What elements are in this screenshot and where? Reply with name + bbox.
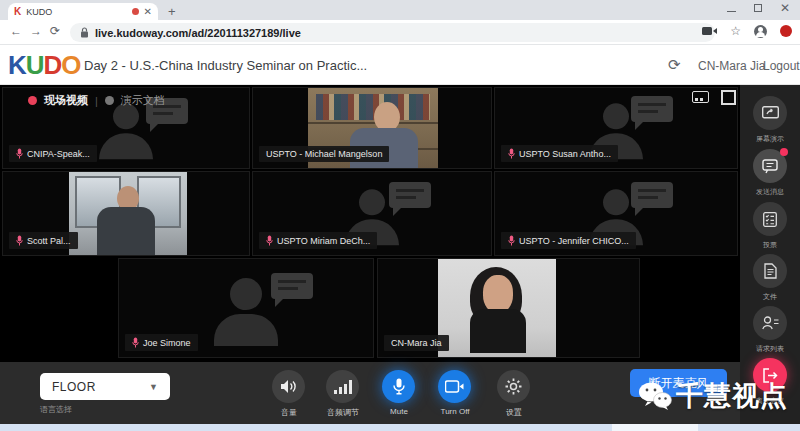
participant-tile[interactable]: Joe Simone bbox=[118, 258, 374, 358]
presentation-dot-icon[interactable] bbox=[105, 96, 114, 105]
participant-nametag: CN-Mara Jia bbox=[384, 335, 449, 351]
toggle-separator: | bbox=[95, 95, 98, 107]
chat-bubble-icon bbox=[271, 273, 313, 307]
request-list-label: 请求列表 bbox=[740, 344, 800, 354]
logo-letter: O bbox=[61, 50, 80, 80]
view-toggle: 现场视频 | 演示文档 bbox=[28, 93, 165, 108]
audio-settings-label: 音频调节 bbox=[313, 407, 373, 418]
grid-view-controls bbox=[692, 90, 734, 103]
forward-icon[interactable]: → bbox=[30, 24, 42, 38]
recording-dot-icon bbox=[132, 8, 139, 15]
logo-letter: U bbox=[26, 50, 44, 80]
chat-bubble-icon bbox=[631, 182, 673, 216]
participant-name: USPTO - Jennifer CHICO... bbox=[519, 236, 629, 246]
maximize-icon[interactable] bbox=[754, 4, 762, 12]
speaker-icon bbox=[280, 379, 297, 394]
participant-tile[interactable]: USPTO Miriam DeCh... bbox=[252, 171, 492, 256]
tab-close-icon[interactable]: ✕ bbox=[144, 7, 152, 17]
muted-mic-icon bbox=[132, 337, 139, 348]
messages-button[interactable] bbox=[753, 149, 787, 183]
minimize-icon[interactable] bbox=[727, 11, 736, 12]
mute-label: Mute bbox=[369, 407, 429, 416]
urlbar-actions: ☆ bbox=[702, 24, 792, 38]
address-field[interactable]: live.kudoway.com/ad/220111327189/live bbox=[70, 23, 715, 42]
watermark: 千慧视点 bbox=[638, 378, 788, 414]
audio-settings-button[interactable] bbox=[326, 370, 359, 403]
gallery-view-icon[interactable] bbox=[692, 91, 709, 103]
participant-tile[interactable]: USPTO - Jennifer CHICO... bbox=[494, 171, 738, 256]
kudo-logo: KUDO bbox=[8, 50, 81, 81]
bottom-edge-strip bbox=[0, 424, 800, 431]
voting-label: 投票 bbox=[740, 240, 800, 250]
participant-name: CN-Mara Jia bbox=[391, 338, 442, 348]
presentation-toggle[interactable]: 演示文档 bbox=[121, 93, 165, 108]
tab-title: KUDO bbox=[26, 7, 126, 17]
muted-mic-icon bbox=[508, 148, 515, 159]
settings-label: 设置 bbox=[484, 407, 544, 418]
camera-toggle-button[interactable] bbox=[438, 370, 471, 403]
logo-letter: D bbox=[44, 50, 62, 80]
settings-button[interactable] bbox=[497, 370, 530, 403]
participant-name: USPTO Susan Antho... bbox=[519, 149, 611, 159]
right-sidebar: 屏幕演示 发送消息 投票 文件 请求列表 离开会议 bbox=[740, 85, 800, 424]
participant-name: Scott Pal... bbox=[27, 236, 71, 246]
browser-tab-strip: K KUDO ✕ + ✕ bbox=[0, 0, 800, 20]
extension-icon[interactable] bbox=[780, 25, 792, 37]
wechat-icon bbox=[638, 381, 672, 411]
profile-avatar-icon[interactable] bbox=[754, 25, 767, 38]
screen-share-button[interactable] bbox=[753, 96, 787, 130]
participant-tile[interactable]: Scott Pal... bbox=[2, 171, 250, 256]
logout-link[interactable]: Logout bbox=[763, 59, 800, 73]
unread-badge bbox=[780, 148, 788, 156]
mute-button[interactable] bbox=[382, 370, 415, 403]
volume-label: 音量 bbox=[259, 407, 319, 418]
voting-button[interactable] bbox=[753, 202, 787, 236]
camera-label: Turn Off bbox=[425, 407, 485, 416]
participant-nametag: Joe Simone bbox=[125, 334, 198, 351]
participant-nametag: USPTO - Jennifer CHICO... bbox=[501, 232, 636, 249]
tab-camera-icon[interactable] bbox=[702, 26, 717, 36]
chevron-down-icon: ▼ bbox=[149, 382, 158, 392]
participant-name: USPTO Miriam DeCh... bbox=[277, 236, 370, 246]
microphone-icon bbox=[393, 378, 405, 395]
screen-share-label: 屏幕演示 bbox=[740, 134, 800, 144]
participant-tile[interactable]: USPTO - Michael Mangelson bbox=[252, 87, 492, 169]
language-select[interactable]: FLOOR ▼ bbox=[40, 373, 170, 400]
participant-name: CNIPA-Speak... bbox=[27, 149, 90, 159]
video-feed bbox=[69, 172, 187, 255]
files-button[interactable] bbox=[753, 254, 787, 288]
participant-nametag: USPTO Miriam DeCh... bbox=[259, 232, 377, 249]
bookmark-star-icon[interactable]: ☆ bbox=[730, 24, 741, 38]
muted-mic-icon bbox=[16, 148, 23, 159]
window-controls: ✕ bbox=[727, 2, 790, 14]
refresh-session-icon[interactable]: ⟳ bbox=[668, 56, 681, 74]
files-label: 文件 bbox=[740, 292, 800, 302]
bottom-toolbar: FLOOR ▼ 语言选择 音量 音频调节 Mute Turn Off 设置 断开… bbox=[0, 362, 740, 424]
gear-icon bbox=[505, 378, 522, 395]
document-icon bbox=[764, 263, 777, 279]
request-list-button[interactable] bbox=[753, 306, 787, 340]
screen-share-icon bbox=[762, 106, 779, 120]
participant-nametag: USPTO - Michael Mangelson bbox=[259, 146, 389, 162]
language-value: FLOOR bbox=[52, 380, 96, 394]
muted-mic-icon bbox=[16, 235, 23, 246]
browser-tab[interactable]: K KUDO ✕ bbox=[8, 3, 158, 20]
volume-button[interactable] bbox=[272, 370, 305, 403]
fullscreen-icon[interactable] bbox=[721, 90, 734, 103]
reload-icon[interactable]: ⟳ bbox=[50, 24, 60, 38]
participant-name: USPTO - Michael Mangelson bbox=[266, 149, 382, 159]
live-video-toggle[interactable]: 现场视频 bbox=[44, 93, 88, 108]
app-header: KUDO Day 2 - U.S.-China Industry Seminar… bbox=[0, 45, 800, 85]
meeting-title: Day 2 - U.S.-China Industry Seminar on P… bbox=[84, 58, 367, 73]
new-tab-button[interactable]: + bbox=[168, 4, 176, 19]
live-video-dot-icon[interactable] bbox=[28, 96, 37, 105]
participant-nametag: CNIPA-Speak... bbox=[9, 145, 97, 162]
signal-bars-icon bbox=[334, 380, 352, 394]
back-icon[interactable]: ← bbox=[10, 24, 22, 38]
close-window-icon[interactable]: ✕ bbox=[780, 2, 790, 14]
video-camera-icon bbox=[445, 380, 464, 393]
logo-letter: K bbox=[8, 50, 26, 80]
participant-silhouette-icon bbox=[214, 278, 278, 346]
person-figure bbox=[97, 186, 159, 255]
participant-tile[interactable]: CN-Mara Jia bbox=[377, 258, 640, 358]
